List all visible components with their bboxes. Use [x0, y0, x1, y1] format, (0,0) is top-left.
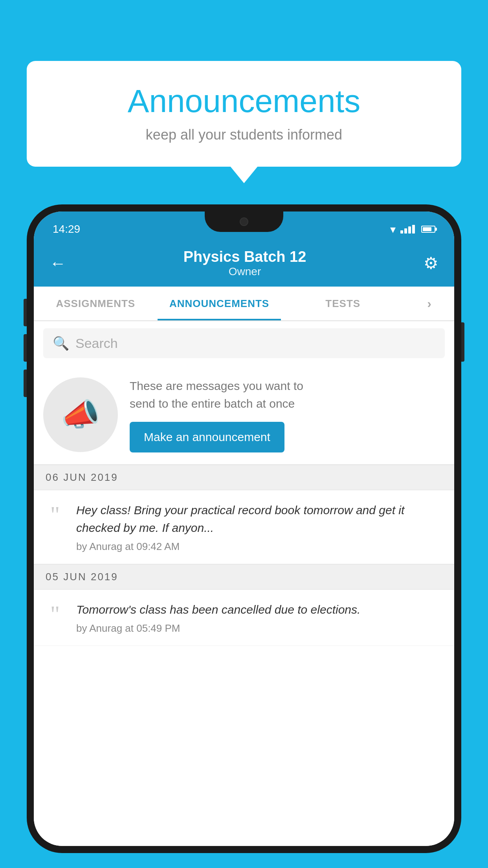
- announcement-meta-2: by Anurag at 05:49 PM: [76, 622, 445, 634]
- quote-icon-2: ": [43, 602, 67, 626]
- announcement-item-1[interactable]: " Hey class! Bring your practical record…: [34, 490, 454, 564]
- announcement-item-2[interactable]: " Tomorrow's class has been cancelled du…: [34, 590, 454, 646]
- speech-bubble: Announcements keep all your students inf…: [27, 61, 461, 167]
- tab-bar: ASSIGNMENTS ANNOUNCEMENTS TESTS ›: [34, 287, 454, 321]
- app-bar: ← Physics Batch 12 Owner ⚙: [34, 240, 454, 287]
- announcement-text-1: Hey class! Bring your practical record b…: [76, 501, 445, 537]
- announcement-meta-1: by Anurag at 09:42 AM: [76, 541, 445, 553]
- promo-description: These are messages you want to send to t…: [130, 377, 445, 412]
- wifi-icon: ▾: [390, 223, 396, 236]
- app-bar-title-group: Physics Batch 12 Owner: [183, 248, 306, 278]
- tab-announcements[interactable]: ANNOUNCEMENTS: [158, 287, 281, 320]
- phone-container: 14:29 ▾ ← Phys: [27, 204, 461, 868]
- status-icons: ▾: [390, 223, 435, 236]
- battery-fill: [423, 227, 431, 231]
- tab-assignments[interactable]: ASSIGNMENTS: [34, 287, 158, 320]
- bubble-subtitle: keep all your students informed: [50, 127, 438, 143]
- search-input-wrapper[interactable]: 🔍 Search: [43, 328, 445, 358]
- settings-icon[interactable]: ⚙: [424, 254, 438, 273]
- promo-icon-circle: 📣: [43, 377, 118, 452]
- phone-notch: [205, 211, 283, 232]
- date-separator-2: 05 JUN 2019: [34, 564, 454, 590]
- megaphone-icon: 📣: [61, 396, 100, 433]
- search-bar: 🔍 Search: [34, 321, 454, 365]
- phone-side-button-right: [461, 322, 464, 362]
- tab-tests[interactable]: TESTS: [281, 287, 405, 320]
- make-announcement-button[interactable]: Make an announcement: [130, 422, 284, 452]
- tab-more[interactable]: ›: [405, 287, 454, 320]
- signal-bars-icon: [400, 225, 415, 234]
- phone-side-button-left-3: [24, 370, 27, 397]
- announcement-content-2: Tomorrow's class has been cancelled due …: [76, 601, 445, 634]
- announcement-content-1: Hey class! Bring your practical record b…: [76, 501, 445, 553]
- signal-bar-2: [404, 228, 407, 234]
- phone-screen: 14:29 ▾ ← Phys: [34, 211, 454, 846]
- search-icon: 🔍: [53, 335, 69, 351]
- quote-icon-1: ": [43, 503, 67, 526]
- promo-section: 📣 These are messages you want to send to…: [34, 365, 454, 465]
- bubble-title: Announcements: [50, 83, 438, 120]
- back-button[interactable]: ←: [50, 254, 66, 273]
- phone-side-button-left-2: [24, 334, 27, 362]
- announcement-text-2: Tomorrow's class has been cancelled due …: [76, 601, 445, 618]
- content-area: 🔍 Search 📣 These are messages you want t…: [34, 321, 454, 846]
- signal-bar-1: [400, 230, 403, 234]
- status-time: 14:29: [53, 223, 80, 235]
- date-separator-1: 06 JUN 2019: [34, 465, 454, 490]
- search-placeholder: Search: [75, 336, 118, 351]
- phone-side-button-left-1: [24, 299, 27, 326]
- signal-bar-3: [408, 226, 411, 234]
- speech-bubble-container: Announcements keep all your students inf…: [27, 61, 461, 167]
- promo-content: These are messages you want to send to t…: [130, 377, 445, 452]
- notch-camera: [240, 217, 248, 226]
- battery-icon: [421, 226, 435, 233]
- signal-bar-4: [412, 225, 415, 234]
- phone-frame: 14:29 ▾ ← Phys: [27, 204, 461, 853]
- app-bar-title: Physics Batch 12: [183, 248, 306, 265]
- app-bar-subtitle: Owner: [183, 265, 306, 278]
